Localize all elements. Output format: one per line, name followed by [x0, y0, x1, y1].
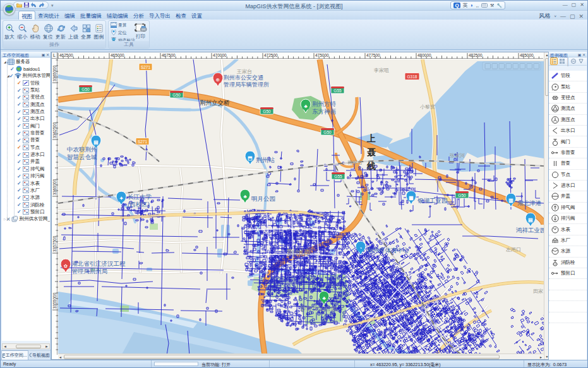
svg-text:3357500: 3357500 — [52, 235, 57, 252]
svg-text:▥: ▥ — [508, 198, 513, 203]
svg-text:管理局荆州局: 管理局荆州局 — [71, 268, 107, 275]
svg-text:荆州站: 荆州站 — [256, 157, 275, 163]
svg-text:475000: 475000 — [315, 53, 329, 57]
svg-text:G318: G318 — [407, 74, 417, 79]
svg-text:G50: G50 — [323, 130, 332, 134]
svg-text:485000: 485000 — [520, 53, 534, 57]
svg-text:480000: 480000 — [417, 53, 431, 57]
svg-text:荆州立交桥: 荆州立交桥 — [200, 99, 230, 106]
svg-text:♣: ♣ — [322, 295, 326, 301]
svg-text:湖北省引江济汉工程: 湖北省引江济汉工程 — [71, 260, 126, 267]
svg-text:荆州市: 荆州市 — [287, 247, 311, 257]
svg-text:明月公园: 明月公园 — [251, 195, 275, 202]
svg-text:▤: ▤ — [93, 139, 99, 145]
svg-text:王家台: 王家台 — [236, 69, 252, 74]
svg-text:鸿祥工业园: 鸿祥工业园 — [516, 227, 544, 234]
svg-text:467500: 467500 — [162, 53, 176, 57]
svg-text:G50: G50 — [172, 93, 181, 97]
svg-text:3365000: 3365000 — [52, 65, 57, 81]
svg-text:▤: ▤ — [528, 217, 533, 223]
svg-text:上: 上 — [366, 133, 376, 143]
svg-text:♣: ♣ — [243, 194, 247, 199]
svg-text:智慧云仓城: 智慧云仓城 — [67, 153, 97, 160]
svg-text:东方神画: 东方神画 — [312, 108, 337, 115]
svg-text:G55: G55 — [333, 88, 342, 93]
svg-text:472500: 472500 — [264, 53, 278, 57]
svg-text:G50: G50 — [458, 193, 466, 198]
svg-text:✿: ✿ — [64, 263, 68, 269]
svg-text:477500: 477500 — [366, 53, 380, 57]
svg-text:湖北津港: 湖北津港 — [517, 199, 542, 206]
svg-text:✦: ✦ — [119, 196, 124, 201]
svg-text:482500: 482500 — [469, 53, 483, 57]
svg-text:中农联荆州: 中农联荆州 — [67, 146, 97, 153]
svg-text:3355000: 3355000 — [52, 292, 57, 309]
svg-text:荆州市公安交通: 荆州市公安交通 — [224, 74, 263, 81]
svg-text:⊕: ⊕ — [216, 77, 220, 83]
svg-text:田家: 田家 — [533, 288, 543, 294]
svg-text:荆州市体育中心: 荆州市体育中心 — [367, 247, 409, 254]
svg-text:S271: S271 — [141, 65, 151, 69]
svg-text:3360000: 3360000 — [52, 179, 57, 195]
svg-text:G55: G55 — [334, 174, 342, 179]
svg-text:G50: G50 — [81, 87, 90, 92]
svg-text:▦: ▦ — [409, 195, 414, 201]
svg-text:管理局车辆管理所: 管理局车辆管理所 — [224, 81, 269, 88]
svg-text:将家台: 将家台 — [347, 160, 363, 165]
svg-text:线: 线 — [366, 161, 376, 171]
svg-text:银湖工业园: 银湖工业园 — [417, 197, 448, 204]
svg-text:⬒: ⬒ — [248, 155, 253, 161]
svg-text:小黎窝: 小黎窝 — [420, 104, 435, 110]
svg-text:张家河: 张家河 — [450, 153, 465, 158]
svg-text:465000: 465000 — [111, 53, 124, 57]
svg-text:3362500: 3362500 — [52, 122, 57, 138]
svg-text:(西校区): (西校区) — [128, 201, 150, 208]
svg-text:长江大学: 长江大学 — [128, 193, 152, 200]
svg-text:李家咀: 李家咀 — [373, 68, 389, 73]
svg-text:G50: G50 — [263, 109, 271, 114]
svg-text:聂: 聂 — [366, 147, 376, 157]
svg-text:S271: S271 — [138, 139, 148, 144]
svg-text:♣: ♣ — [304, 104, 308, 109]
svg-text:荆州方特: 荆州方特 — [312, 100, 337, 107]
svg-text:462500: 462500 — [59, 53, 73, 57]
svg-text:◔: ◔ — [359, 246, 363, 251]
svg-text:470000: 470000 — [213, 53, 227, 57]
svg-text:左闸口: 左闸口 — [506, 247, 521, 252]
svg-text:沙市'中山公园: 沙市'中山公园 — [300, 305, 337, 312]
